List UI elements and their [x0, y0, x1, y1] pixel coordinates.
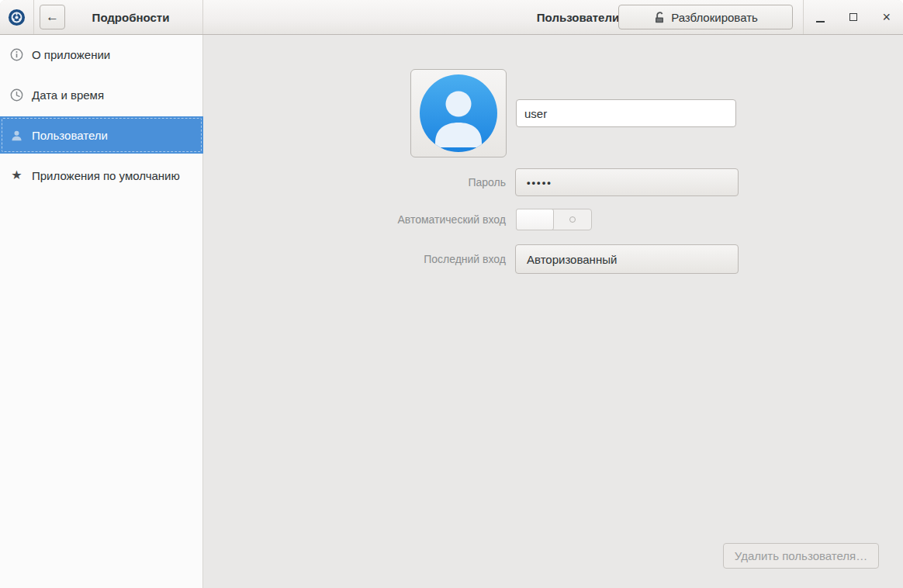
back-button[interactable]: ← [40, 5, 65, 29]
auto-login-label: Автоматический вход [397, 212, 506, 227]
unlock-button-label: Разблокировать [671, 11, 758, 24]
sidebar-item-label: Приложения по умолчанию [32, 169, 180, 182]
minimize-icon [816, 21, 825, 22]
password-button[interactable]: ••••• [515, 168, 739, 196]
close-icon: × [882, 10, 891, 24]
switch-slider[interactable] [516, 209, 554, 230]
switch-off-icon [554, 209, 591, 230]
password-dots: ••••• [527, 177, 552, 189]
sidebar-item-label: Пользователи [32, 129, 108, 142]
info-icon [10, 48, 23, 61]
sidebar-item-label: О приложении [32, 48, 110, 61]
delete-user-button[interactable]: Удалить пользователя… [723, 543, 879, 569]
sidebar-item-default-apps[interactable]: ★ Приложения по умолчанию [0, 157, 203, 194]
user-avatar-icon [420, 74, 497, 152]
maximize-icon [849, 13, 857, 21]
users-panel: Пароль ••••• Автоматический вход Последн… [204, 35, 903, 588]
arrow-left-icon: ← [46, 9, 59, 25]
minimize-button[interactable] [808, 5, 832, 29]
headerbar-left-section: ← Подробности [0, 0, 203, 34]
star-icon: ★ [10, 169, 23, 182]
sidebar-item-label: Дата и время [32, 88, 104, 102]
unlock-icon [653, 11, 666, 23]
user-icon [10, 129, 23, 142]
header-separator [33, 0, 34, 34]
unlock-button[interactable]: Разблокировать [618, 5, 793, 29]
headerbar: ← Подробности Пользователи Разблокироват… [0, 0, 903, 35]
window-controls: × [804, 0, 903, 34]
settings-window: ← Подробности Пользователи Разблокироват… [0, 0, 903, 588]
last-login-value: Авторизованный [527, 253, 617, 266]
settings-app-icon [8, 9, 26, 26]
close-button[interactable]: × [875, 5, 898, 29]
last-login-label: Последний вход [424, 251, 506, 267]
last-login-button[interactable]: Авторизованный [515, 244, 739, 274]
sidebar-item-about[interactable]: О приложении [0, 36, 203, 73]
auto-login-switch[interactable] [516, 209, 592, 230]
maximize-button[interactable] [842, 5, 865, 29]
sidebar-item-users[interactable]: Пользователи [0, 116, 203, 154]
username-input[interactable] [516, 99, 736, 127]
delete-user-label: Удалить пользователя… [735, 549, 867, 562]
panel-title: Подробности [65, 11, 202, 24]
sidebar-item-datetime[interactable]: Дата и время [0, 76, 203, 113]
password-label: Пароль [468, 175, 506, 190]
sidebar: О приложении Дата и время Пользователи ★ [0, 35, 203, 588]
avatar-button[interactable] [410, 69, 507, 157]
clock-icon [10, 88, 23, 102]
